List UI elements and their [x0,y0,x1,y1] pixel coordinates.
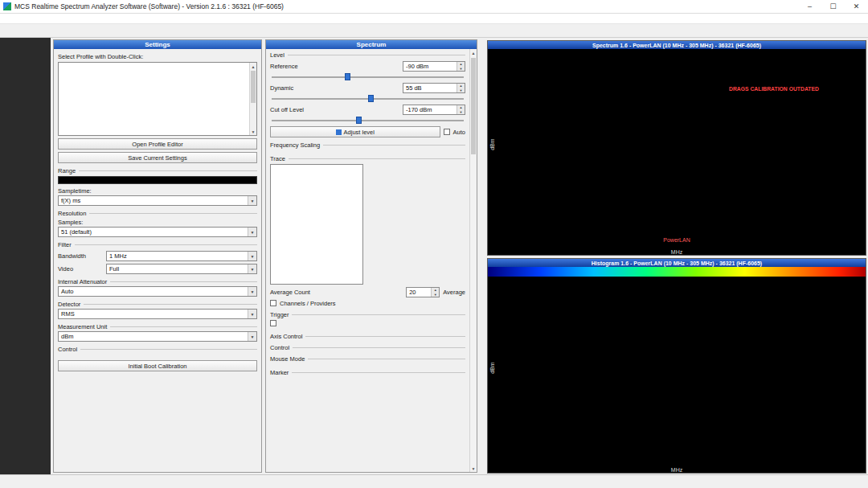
dropdown-arrow-icon[interactable] [248,252,256,260]
dropdown-arrow-icon[interactable] [248,310,256,318]
trace-area [270,164,465,285]
maximize-button[interactable]: ☐ [821,0,845,13]
adjust-level-button[interactable]: Adjust level [270,126,440,137]
cutoff-slider[interactable] [272,117,464,124]
average-count-spinner[interactable]: 20 [406,287,440,297]
toolbar [0,24,868,38]
save-current-settings-button[interactable]: Save Current Settings [58,152,257,163]
channels-providers-label: Channels / Providers [280,300,336,307]
detector-group-label: Detector [58,301,257,308]
calibration-warning: DRAGS CALIBRATION OUTDATED [729,86,858,92]
initial-boot-calibration-button[interactable]: Initial Boot Calibration [58,360,257,371]
samples-label: Samples: [58,219,257,226]
attenuator-value: Auto [61,288,73,295]
sampletime-label: Sampletime: [58,187,257,195]
sampletime-value: f(X) ms [61,197,80,204]
settings-panel-body: Select Profile with Double-Click: ▲ ▼ Op… [54,49,261,472]
auto-checkbox[interactable]: Auto [444,129,465,136]
minimize-button[interactable]: – [798,0,821,13]
frequency-range-display [58,176,257,184]
trace-group-label: Trace [270,155,465,162]
cutoff-label: Cut off Level [270,106,304,113]
attenuator-dropdown[interactable]: Auto [58,286,257,297]
cutoff-spinner[interactable]: -170 dBm [403,105,465,115]
spectrum-y-axis-label: dBm [489,138,495,150]
reference-spinner[interactable]: -90 dBm [403,61,465,72]
histogram-plot: Histogram 1.6 - PowerLAN (10 MHz - 305 M… [487,258,866,474]
histogram-x-axis-label: MHz [488,467,866,473]
plots-area: Spectrum 1.6 - PowerLAN (10 MHz - 305 MH… [485,38,868,474]
dropdown-arrow-icon[interactable] [248,228,256,236]
profile-select-label: Select Profile with Double-Click: [58,53,257,60]
spectrum-panel-scrollbar[interactable]: ▲ ▼ [469,49,477,472]
video-dropdown[interactable]: Full [106,264,257,274]
menu-bar [0,14,868,24]
trace-buttons [367,164,465,285]
spinner-arrows-icon[interactable] [457,62,465,71]
close-button[interactable]: ✕ [845,0,868,13]
measurement-unit-dropdown[interactable]: dBm [58,331,257,342]
detector-value: RMS [61,310,75,318]
histogram-plot-body[interactable]: dBm MHz [488,277,866,473]
dropdown-arrow-icon[interactable] [248,332,256,341]
spinner-arrows-icon[interactable] [457,105,465,114]
samples-dropdown[interactable]: 51 (default) [58,227,257,237]
scroll-thumb[interactable] [251,71,256,103]
spinner-arrows-icon[interactable] [431,288,439,297]
bandwidth-dropdown[interactable]: 1 MHz [106,251,257,261]
scroll-track[interactable] [250,70,256,128]
histogram-canvas[interactable] [488,277,729,397]
spectrum-panel-body: Level Reference -90 dBm Dynamic 55 dB [266,49,469,472]
slider-thumb[interactable] [345,73,350,80]
settings-panel: Settings Select Profile with Double-Clic… [53,39,262,473]
measurement-unit-group-label: Measurement Unit [58,323,257,330]
scroll-down-icon[interactable]: ▼ [250,128,256,135]
slider-thumb[interactable] [368,95,374,102]
profile-list-scrollbar[interactable]: ▲ ▼ [249,63,256,135]
cutoff-value: -170 dBm [403,106,457,113]
scroll-up-icon[interactable]: ▲ [470,49,477,56]
reference-slider[interactable] [272,73,464,80]
dropdown-arrow-icon[interactable] [248,265,256,273]
marker-group-label: Marker [270,369,465,376]
spectrum-panel-title[interactable]: Spectrum [266,40,477,49]
video-label: Video [58,265,103,273]
spectrum-plot-body[interactable]: DRAGS CALIBRATION OUTDATED dBm PowerLAN … [488,49,866,255]
dynamic-value: 55 dB [403,84,457,92]
scroll-down-icon[interactable]: ▼ [470,465,477,472]
dropdown-arrow-icon[interactable] [248,287,256,296]
spectrum-canvas[interactable] [488,49,729,170]
checkbox-box [444,129,450,135]
scroll-thumb[interactable] [471,58,476,154]
sampletime-dropdown[interactable]: f(X) ms [58,195,257,206]
scroll-up-icon[interactable]: ▲ [250,63,256,70]
scroll-track[interactable] [470,56,477,465]
dynamic-slider[interactable] [272,95,464,102]
channels-providers-checkbox[interactable]: Channels / Providers [270,300,465,307]
open-profile-editor-button[interactable]: Open Profile Editor [58,138,257,150]
mouse-mode-group-label: Mouse Mode [270,355,465,363]
settings-panel-title[interactable]: Settings [54,40,261,49]
reference-label: Reference [270,63,298,70]
samples-value: 51 (default) [61,228,92,236]
window-title: MCS Realtime Spectrum Analyzer Software … [14,2,284,10]
profile-footer-label: PowerLAN [488,237,866,243]
trace-list[interactable] [270,164,363,285]
dropdown-arrow-icon[interactable] [248,196,256,205]
detector-dropdown[interactable]: RMS [58,309,257,319]
histogram-plot-title[interactable]: Histogram 1.6 - PowerLAN (10 MHz - 305 M… [488,259,866,267]
histogram-y-axis-label: dBm [489,362,495,373]
reference-value: -90 dBm [403,63,457,70]
slider-thumb[interactable] [356,117,362,124]
control-group-label: Control [270,344,465,351]
status-bar [0,474,868,488]
measurement-unit-value: dBm [61,333,73,340]
spinner-arrows-icon[interactable] [457,84,465,92]
checkbox-box [270,300,276,306]
average-suffix-label: Average [443,289,465,296]
dynamic-spinner[interactable]: 55 dB [403,83,465,93]
profile-list [59,63,249,135]
profile-listbox[interactable]: ▲ ▼ [58,62,257,136]
spectrum-plot-title[interactable]: Spectrum 1.6 - PowerLAN (10 MHz - 305 MH… [488,41,866,49]
trigger-checkbox[interactable] [270,320,465,326]
